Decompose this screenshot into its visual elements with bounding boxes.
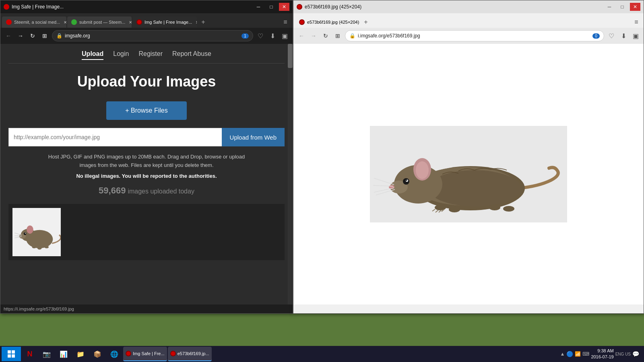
camera-button-left[interactable]: ▣: [280, 31, 289, 41]
tab-steemit[interactable]: Steemit, a social med... ✕: [2, 16, 66, 28]
tab-label-submit: submit post — Steem...: [79, 20, 125, 25]
upload-count: 59,669 images uploaded today: [8, 185, 285, 196]
reload-button-left[interactable]: ↻: [28, 31, 37, 41]
tab-bar-right: e573b6f169.jpg (425×204) ✕ + ≡: [293, 13, 644, 28]
bookmark-button-right[interactable]: ♡: [607, 31, 616, 41]
back-button-left[interactable]: ←: [4, 31, 13, 41]
address-badge-right: 0: [592, 33, 600, 39]
maximize-button-left[interactable]: □: [266, 3, 277, 11]
taskbar-imgsafe-label: Img Safe | Fre...: [133, 351, 165, 356]
clock[interactable]: 9:38 AM 2016-07-19: [591, 348, 613, 360]
status-bar-right: [293, 304, 644, 313]
left-window-icon: [4, 4, 9, 10]
tab-menu-right[interactable]: ≡: [631, 16, 642, 28]
back-button-right[interactable]: ←: [297, 31, 306, 41]
address-field-left[interactable]: 🔒 imgsafe.org 1: [52, 30, 253, 41]
gallery-thumb-1[interactable]: [12, 208, 61, 256]
taskbar-image-label: e573b6f169.jp...: [178, 351, 209, 356]
taskbar-imgsafe-app[interactable]: Img Safe | Fre...: [123, 347, 167, 361]
start-button[interactable]: [2, 347, 21, 361]
forward-button-left[interactable]: →: [16, 31, 25, 41]
host-info-text: Host JPG, GIF and PNG images up to 20MB …: [8, 153, 285, 170]
opera-icon-1: [126, 351, 131, 356]
right-page-content: [293, 44, 644, 304]
upload-count-number: 59,669: [99, 185, 126, 195]
scrollbar-left[interactable]: [288, 44, 293, 304]
apps-button-right[interactable]: ⊞: [333, 31, 343, 41]
calculator-icon: 📊: [60, 350, 68, 358]
page-title: Upload Your Images: [8, 73, 285, 90]
new-tab-button-right[interactable]: +: [360, 16, 372, 28]
tab-favicon-submit: [71, 19, 77, 25]
bluetooth-icon[interactable]: 🔵: [566, 351, 573, 357]
svg-point-16: [428, 170, 521, 206]
camera-button-right[interactable]: ▣: [631, 31, 640, 41]
chrome-icon: 🌐: [110, 350, 118, 358]
close-button-left[interactable]: ✕: [279, 3, 289, 11]
download-button-left[interactable]: ⬇: [268, 31, 277, 41]
keyboard-icon[interactable]: ⌨: [582, 351, 589, 357]
taskbar-sticky[interactable]: 📦: [89, 347, 105, 361]
svg-point-7: [32, 246, 36, 248]
forward-button-right[interactable]: →: [309, 31, 318, 41]
reload-button-right[interactable]: ↻: [321, 31, 330, 41]
address-bar-right: ← → ↻ ⊞ 🔒 i.imgsafe.org/e573b6f169.jpg 0…: [293, 28, 644, 44]
close-button-right[interactable]: ✕: [630, 3, 640, 11]
taskbar-calculator[interactable]: 📊: [56, 347, 72, 361]
rat-thumbnail-image: [12, 208, 61, 256]
svg-rect-40: [12, 354, 15, 358]
left-titlebar: Img Safe | Free Image... ─ □ ✕: [0, 0, 293, 13]
taskbar-explorer[interactable]: 📁: [72, 347, 89, 361]
new-tab-button-left[interactable]: +: [198, 16, 209, 28]
svg-rect-37: [8, 350, 11, 354]
scroll-thumb-left[interactable]: [288, 44, 293, 68]
nav-upload[interactable]: Upload: [82, 50, 103, 60]
tab-menu-left[interactable]: ≡: [280, 16, 291, 28]
nav-report[interactable]: Report Abuse: [172, 50, 211, 60]
nav-login[interactable]: Login: [113, 50, 129, 60]
upload-count-label: images uploaded today: [128, 188, 194, 195]
taskbar-netflix[interactable]: N: [22, 347, 38, 361]
maximize-button-right[interactable]: □: [617, 3, 627, 11]
tab-label-steemit: Steemit, a social med...: [14, 20, 60, 25]
notification-icon[interactable]: 💬: [632, 351, 639, 357]
right-titlebar: e573b6f169.jpg (425×204) ─ □ ✕: [293, 0, 644, 13]
minimize-button-right[interactable]: ─: [604, 3, 615, 11]
gallery-area: [8, 204, 285, 260]
browse-files-button[interactable]: + Browse Files: [106, 101, 187, 120]
tab-close-imgsafe[interactable]: ✕: [194, 19, 197, 25]
tab-label-right: e573b6f169.jpg (425×204): [307, 20, 359, 25]
up-arrow-icon[interactable]: ▲: [560, 351, 565, 357]
left-page-content: Upload Login Register Report Abuse Uploa…: [0, 44, 293, 304]
taskbar-chrome[interactable]: 🌐: [106, 347, 122, 361]
wifi-icon[interactable]: 📶: [575, 351, 581, 357]
minimize-button-left[interactable]: ─: [253, 3, 264, 11]
left-window-title: Img Safe | Free Image...: [12, 4, 251, 10]
taskbar-app2[interactable]: 📷: [39, 347, 55, 361]
svg-point-28: [503, 206, 514, 212]
tab-close-submit[interactable]: ✕: [128, 19, 132, 25]
tab-imgsafe[interactable]: Img Safe | Free Image... ✕: [132, 16, 197, 28]
folder-icon: 📁: [76, 350, 85, 358]
tab-label-imgsafe: Img Safe | Free Image...: [144, 20, 192, 25]
bookmark-button-left[interactable]: ♡: [256, 31, 265, 41]
right-window: e573b6f169.jpg (425×204) ─ □ ✕ e573b6f16…: [293, 0, 644, 314]
tab-close-steemit[interactable]: ✕: [62, 19, 66, 25]
svg-rect-38: [12, 350, 15, 354]
nav-register[interactable]: Register: [138, 50, 163, 60]
language-indicator[interactable]: ENG US: [615, 352, 631, 357]
apps-button-left[interactable]: ⊞: [40, 31, 50, 41]
taskbar-image-app[interactable]: e573b6f169.jp...: [168, 347, 212, 361]
clock-date: 2016-07-19: [591, 354, 613, 360]
address-field-right[interactable]: 🔒 i.imgsafe.org/e573b6f169.jpg 0: [345, 30, 604, 41]
site-nav: Upload Login Register Report Abuse: [8, 44, 285, 64]
sticky-notes-icon: 📦: [93, 350, 101, 358]
download-button-right[interactable]: ⬇: [619, 31, 628, 41]
svg-point-24: [406, 179, 407, 181]
host-warning-text: No illegal images. You will be reported …: [8, 173, 285, 179]
upload-from-web-button[interactable]: Upload from Web: [222, 128, 285, 146]
url-input[interactable]: [8, 128, 222, 146]
lock-icon-left: 🔒: [56, 33, 62, 39]
tab-submit[interactable]: submit post — Steem... ✕: [67, 16, 132, 28]
tab-image-right[interactable]: e573b6f169.jpg (425×204) ✕: [295, 16, 359, 28]
